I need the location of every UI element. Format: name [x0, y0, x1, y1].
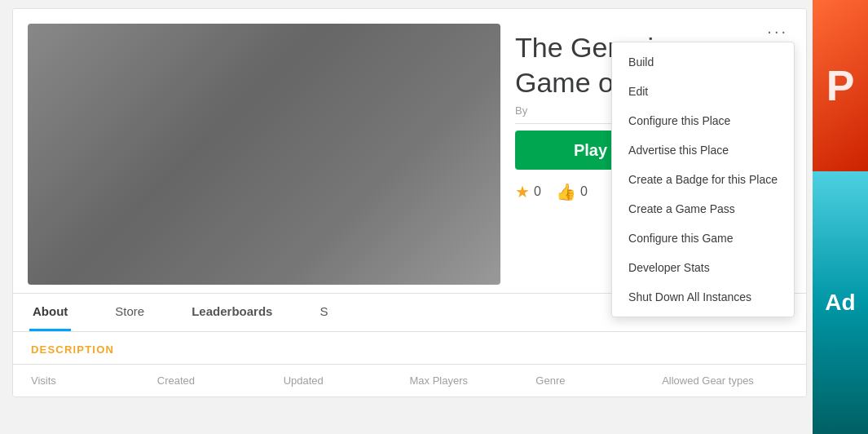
dropdown-item-advertise-place[interactable]: Advertise this Place: [612, 135, 794, 165]
dropdown-menu: Build Edit Configure this Place Advertis…: [611, 42, 795, 317]
rating-count: 0: [534, 184, 541, 199]
likes-item: 👍 0: [556, 182, 588, 202]
game-header: The Generic Game of By Play ★ 0 👍 0 ···: [13, 9, 806, 293]
tab-s[interactable]: S: [316, 294, 331, 331]
strip-bottom-letter: Ad: [825, 290, 855, 316]
stat-updated: Updated: [284, 374, 410, 387]
description-label: DESCRIPTION: [31, 343, 788, 356]
strip-top-section: P: [813, 0, 868, 171]
tab-leaderboards[interactable]: Leaderboards: [188, 294, 275, 331]
star-icon: ★: [515, 182, 530, 202]
dropdown-item-create-game-pass[interactable]: Create a Game Pass: [612, 194, 794, 224]
dropdown-item-configure-place[interactable]: Configure this Place: [612, 106, 794, 135]
stats-row: Visits Created Updated Max Players Genre…: [13, 364, 806, 396]
right-strip: P Ad: [813, 0, 868, 434]
stat-max-players: Max Players: [409, 374, 535, 387]
stat-created: Created: [157, 374, 284, 387]
likes-count: 0: [580, 184, 588, 199]
strip-top-letter: P: [826, 61, 855, 110]
stat-allowed-gear: Allowed Gear types: [662, 374, 788, 387]
more-options-button[interactable]: ···: [760, 19, 795, 44]
dropdown-item-developer-stats[interactable]: Developer Stats: [612, 253, 794, 282]
game-thumbnail: [28, 24, 500, 285]
dropdown-item-edit[interactable]: Edit: [612, 77, 794, 106]
thumbs-up-icon: 👍: [556, 182, 576, 202]
rating-item: ★ 0: [515, 182, 541, 202]
stat-visits: Visits: [31, 374, 157, 387]
dropdown-item-configure-game[interactable]: Configure this Game: [612, 224, 794, 253]
tab-store[interactable]: Store: [112, 294, 148, 331]
dropdown-item-build[interactable]: Build: [612, 47, 794, 77]
tab-about[interactable]: About: [29, 294, 71, 331]
dropdown-item-create-badge[interactable]: Create a Badge for this Place: [612, 165, 794, 194]
strip-bottom-section: Ad: [813, 171, 868, 434]
description-section: DESCRIPTION: [13, 332, 806, 364]
dropdown-item-shut-down[interactable]: Shut Down All Instances: [612, 282, 794, 312]
stat-genre: Genre: [535, 374, 662, 387]
